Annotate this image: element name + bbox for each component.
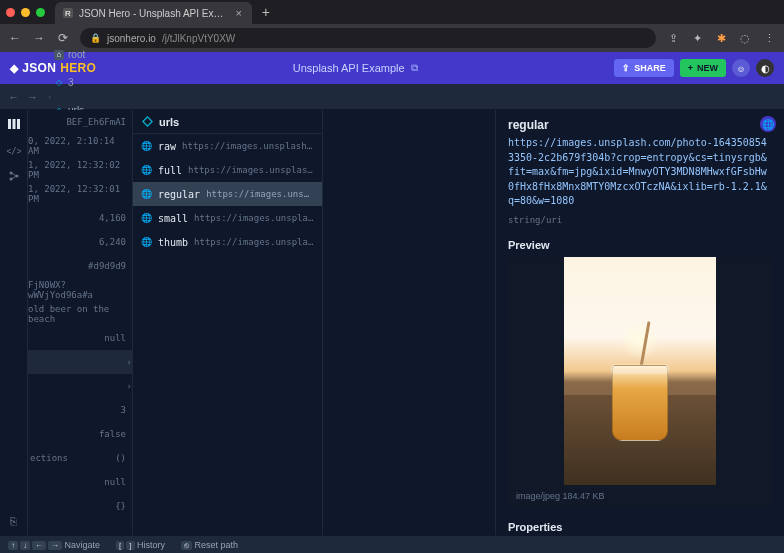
column-view-icon[interactable] xyxy=(6,116,22,132)
plus-icon: + xyxy=(688,63,693,73)
chevron-right-icon: › xyxy=(127,357,132,367)
share-icon: ⇪ xyxy=(622,63,630,73)
value-row[interactable]: null xyxy=(28,326,132,350)
parent-values-column: BEF_Eh6FmAI0, 2022, 2:10:14 AM1, 2022, 1… xyxy=(28,110,133,535)
close-tab-icon[interactable]: × xyxy=(236,7,242,19)
svg-rect-0 xyxy=(8,119,11,129)
new-tab-button[interactable]: + xyxy=(258,4,274,20)
url-value: https://images.unsplash.com/ph… xyxy=(188,165,314,175)
value-text: #d9d9d9 xyxy=(88,261,126,271)
close-window-icon[interactable] xyxy=(6,8,15,17)
browser-tab-strip: R JSON Hero - Unsplash API Ex… × + xyxy=(0,0,784,24)
value-text: null xyxy=(104,333,126,343)
value-row[interactable]: {} xyxy=(28,494,132,518)
detail-pane: 🌐 regular https://images.unsplash.com/ph… xyxy=(496,110,784,535)
url-key: full xyxy=(158,165,182,176)
address-host: jsonhero.io xyxy=(107,33,156,44)
favicon-icon: R xyxy=(63,8,73,18)
url-row-full[interactable]: 🌐fullhttps://images.unsplash.com/ph… xyxy=(133,158,322,182)
value-text: {} xyxy=(115,501,126,511)
url-row-regular[interactable]: 🌐regularhttps://images.unsplash.com… xyxy=(133,182,322,206)
svg-rect-1 xyxy=(12,119,15,129)
svg-marker-7 xyxy=(142,117,151,126)
urls-column-title: urls xyxy=(159,116,179,128)
back-button[interactable]: ← xyxy=(8,31,22,45)
share-extension-icon[interactable]: ⇪ xyxy=(666,32,680,45)
home-icon: ⌂ xyxy=(54,50,64,60)
extensions-icon[interactable]: ✱ xyxy=(714,32,728,45)
url-row-thumb[interactable]: 🌐thumbhttps://images.unsplash.com/… xyxy=(133,230,322,254)
reload-button[interactable]: ⟳ xyxy=(56,31,70,45)
star-extension-icon[interactable]: ✦ xyxy=(690,32,704,45)
value-row[interactable]: old beer on the beach xyxy=(28,302,132,326)
document-title-text: Unsplash API Example xyxy=(293,62,405,74)
menu-icon[interactable]: ⋮ xyxy=(762,32,776,45)
value-text: old beer on the beach xyxy=(28,304,126,324)
value-text: 1, 2022, 12:32:02 PM xyxy=(28,160,126,180)
profile-icon[interactable]: ◌ xyxy=(738,32,752,45)
share-button[interactable]: ⇪SHARE xyxy=(614,59,674,77)
breadcrumb-nav: ← → xyxy=(8,91,38,103)
main-content: </> ⎘ BEF_Eh6FmAI0, 2022, 2:10:14 AM1, 2… xyxy=(0,110,784,535)
value-text: 4,160 xyxy=(99,213,126,223)
url-key: raw xyxy=(158,141,176,152)
new-button[interactable]: +NEW xyxy=(680,59,726,77)
path-forward-button[interactable]: → xyxy=(27,91,38,103)
minimize-window-icon[interactable] xyxy=(21,8,30,17)
github-button[interactable]: ◐ xyxy=(756,59,774,77)
copy-icon[interactable]: ⎘ xyxy=(6,513,22,529)
status-bar: ↑↓←→ Navigate [] History ⎋ Reset path xyxy=(0,535,784,553)
value-text: FjN0WX?wWVjYod96a#a xyxy=(28,280,126,300)
breadcrumb-label: 3 xyxy=(68,77,74,88)
globe-icon: 🌐 xyxy=(141,140,152,152)
svg-text:</>: </> xyxy=(7,146,21,156)
breadcrumb-3[interactable]: ◇3 xyxy=(48,74,105,91)
globe-icon: 🌐 xyxy=(141,164,152,176)
breadcrumb-root[interactable]: ⌂root xyxy=(48,46,105,63)
value-row[interactable]: null xyxy=(28,470,132,494)
svg-rect-2 xyxy=(17,119,20,129)
tree-view-icon[interactable] xyxy=(6,168,22,184)
value-row[interactable]: 3 xyxy=(28,398,132,422)
tab-title: JSON Hero - Unsplash API Ex… xyxy=(79,8,224,19)
url-row-small[interactable]: 🌐smallhttps://images.unsplash.com/p… xyxy=(133,206,322,230)
forward-button[interactable]: → xyxy=(32,31,46,45)
globe-icon: 🌐 xyxy=(141,212,152,224)
path-back-button[interactable]: ← xyxy=(8,91,19,103)
browser-tab[interactable]: R JSON Hero - Unsplash API Ex… × xyxy=(55,2,252,24)
url-value: https://images.unsplash.com… xyxy=(206,189,314,199)
url-row-raw[interactable]: 🌐rawhttps://images.unsplash.com/ph… xyxy=(133,134,322,158)
urls-column-header: urls xyxy=(133,110,322,134)
value-row[interactable]: 6,240 xyxy=(28,230,132,254)
maximize-window-icon[interactable] xyxy=(36,8,45,17)
url-key: small xyxy=(158,213,188,224)
new-label: NEW xyxy=(697,63,718,73)
value-row[interactable]: 1, 2022, 12:32:01 PM xyxy=(28,182,132,206)
value-row[interactable]: FjN0WX?wWVjYod96a#a xyxy=(28,278,132,302)
discord-button[interactable]: ⌾ xyxy=(732,59,750,77)
open-url-button[interactable]: 🌐 xyxy=(760,116,776,132)
value-text: 0, 2022, 2:10:14 AM xyxy=(28,136,126,156)
extension-icons: ⇪ ✦ ✱ ◌ ⋮ xyxy=(666,32,776,45)
value-row[interactable]: ections() xyxy=(28,446,132,470)
reset-hint: ⎋ Reset path xyxy=(181,540,238,550)
detail-key: regular xyxy=(508,118,772,132)
json-view-icon[interactable]: </> xyxy=(6,142,22,158)
navigate-hint: ↑↓←→ Navigate xyxy=(8,540,100,550)
value-row[interactable]: › xyxy=(28,374,132,398)
detail-value: https://images.unsplash.com/photo-164350… xyxy=(508,136,772,209)
value-row[interactable]: BEF_Eh6FmAI xyxy=(28,110,132,134)
value-row[interactable]: 0, 2022, 2:10:14 AM xyxy=(28,134,132,158)
value-row[interactable]: 4,160 xyxy=(28,206,132,230)
value-row[interactable]: 1, 2022, 12:32:02 PM xyxy=(28,158,132,182)
address-bar[interactable]: 🔒 jsonhero.io/j/tJlKnpVtY0XW xyxy=(80,28,656,48)
preview-image[interactable] xyxy=(564,257,716,485)
value-row[interactable]: #d9d9d9 xyxy=(28,254,132,278)
value-row[interactable]: › xyxy=(28,350,132,374)
value-row[interactable]: false xyxy=(28,422,132,446)
app-header: ◆ JSONHERO Unsplash API Example ⧉ ⇪SHARE… xyxy=(0,52,784,84)
open-external-icon[interactable]: ⧉ xyxy=(411,62,418,74)
share-label: SHARE xyxy=(634,63,666,73)
url-key: thumb xyxy=(158,237,188,248)
breadcrumb-label: root xyxy=(68,49,85,60)
